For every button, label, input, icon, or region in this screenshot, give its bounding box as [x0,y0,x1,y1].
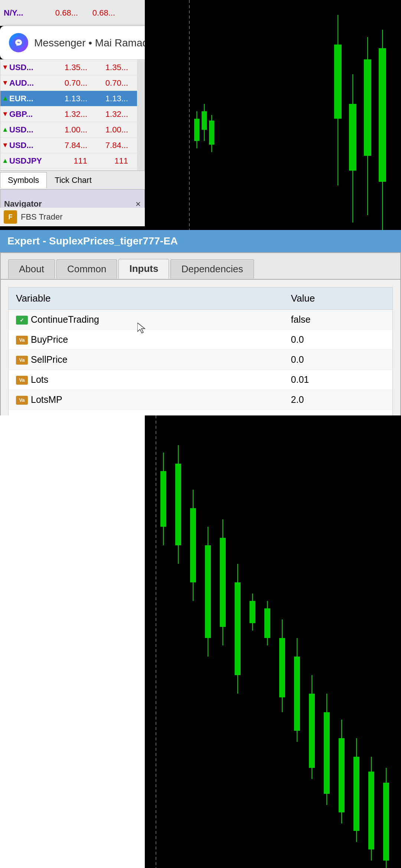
variable-cell: VaLots [9,370,284,390]
svg-rect-39 [309,694,315,768]
chart-area-top [145,0,401,252]
svg-rect-31 [250,601,255,623]
value-cell[interactable]: 0.0 [284,330,392,350]
symbol-bid: 1.35... [46,63,87,72]
tab-inputs[interactable]: Inputs [118,259,169,279]
variable-cell: VaSellPrice [9,350,284,370]
svg-rect-35 [279,638,285,697]
value-cell[interactable]: 2.0 [284,390,392,410]
expert-title-bar: Expert - SuplexPrices_tiger777-EA [0,230,401,252]
symbol-ask: 7.84... [87,141,128,150]
symbol-name: GBP... [9,109,46,119]
symbol-bid: 7.84... [46,141,87,150]
messenger-icon [9,33,28,52]
chart-area-bottom [0,415,401,868]
variable-type-icon: ✓ [16,316,28,325]
bottom-chart-svg [145,415,401,868]
svg-point-0 [13,37,25,49]
value-cell[interactable]: false [284,310,392,330]
symbol-tabs: Symbols Tick Chart [0,171,145,189]
symbol-name: USD... [9,63,46,72]
symbol-row[interactable]: ▼GBP...1.32...1.32... [0,106,144,122]
scrollbar[interactable] [137,60,144,170]
symbol-ask: 1.35... [87,63,128,72]
tab-tick-chart[interactable]: Tick Chart [47,172,99,188]
variable-type-icon: Va [16,356,28,365]
svg-rect-15 [209,121,214,145]
variable-type-icon: Va [16,396,28,405]
svg-rect-19 [160,471,166,527]
value-cell[interactable]: 0.0 [284,350,392,370]
svg-rect-45 [353,757,359,831]
variable-cell: VaLotsMP [9,390,284,410]
arrow-icon: ▲ [2,95,9,102]
symbol-ask: 1.13... [87,94,128,103]
arrow-icon: ▲ [2,126,9,134]
navigator-item[interactable]: F FBS Trader [0,208,145,226]
navigator-item-label: FBS Trader [21,212,62,222]
expert-title-text: Expert - SuplexPrices_tiger777-EA [7,235,178,247]
svg-rect-25 [205,545,211,638]
fbs-trader-icon: F [4,210,17,224]
svg-rect-5 [349,104,356,171]
variable-cell: VaBuyPrice [9,330,284,350]
svg-rect-47 [368,772,374,849]
symbol-row[interactable]: ▼USD...1.35...1.35... [0,60,144,75]
value-cell[interactable]: 0.01 [284,370,392,390]
svg-rect-29 [235,582,241,675]
table-row[interactable]: ✓ContinueTradingfalse [9,310,392,330]
svg-rect-27 [220,538,226,627]
symbol-ask: 111 [87,156,128,166]
svg-rect-7 [364,59,371,156]
tab-about[interactable]: About [8,259,55,279]
symbol-bid: 111 [46,156,87,166]
variable-type-icon: Va [16,336,28,345]
top-symbol-bid: 0.68... [41,8,78,18]
symbol-row[interactable]: ▲USD...1.00...1.00... [0,122,144,138]
svg-rect-33 [264,608,270,638]
symbol-bid: 0.70... [46,78,87,88]
tab-symbols[interactable]: Symbols [0,172,47,188]
symbol-ask: 1.00... [87,125,128,135]
variable-type-icon: Va [16,376,28,385]
symbol-name: AUD... [9,78,46,88]
svg-rect-13 [202,111,207,130]
dialog-tabs: About Common Inputs Dependencies [1,253,400,280]
top-symbol-name: N/Y... [4,8,41,18]
symbol-name: USDJPY [9,156,46,166]
svg-rect-11 [194,119,199,141]
col-header-variable: Variable [9,287,284,310]
table-row[interactable]: VaLotsMP2.0 [9,390,392,410]
table-row[interactable]: VaSellPrice0.0 [9,350,392,370]
tab-dependencies[interactable]: Dependencies [170,259,254,279]
symbol-bid: 1.13... [46,94,87,103]
svg-rect-41 [324,712,330,794]
table-row[interactable]: VaBuyPrice0.0 [9,330,392,350]
top-symbol-ask: 0.68... [78,8,115,18]
symbol-name: USD... [9,125,46,135]
svg-rect-9 [379,48,386,182]
top-symbol-row: N/Y... 0.68... 0.68... [0,0,145,26]
symbol-row[interactable]: ▲EUR...1.13...1.13... [0,91,144,106]
symbol-ask: 1.32... [87,109,128,119]
tab-common[interactable]: Common [56,259,117,279]
arrow-icon: ▼ [2,63,9,71]
symbol-name: USD... [9,141,46,150]
symbol-name: EUR... [9,94,46,103]
svg-rect-21 [175,464,181,545]
symbol-bid: 1.32... [46,109,87,119]
symbol-ask: 0.70... [87,78,128,88]
symbol-row[interactable]: ▲USDJPY111111 [0,153,144,169]
arrow-icon: ▲ [2,157,9,165]
symbol-row[interactable]: ▼AUD...0.70...0.70... [0,75,144,91]
svg-rect-37 [294,657,300,731]
bottom-left-panel [0,415,145,868]
table-row[interactable]: VaLots0.01 [9,370,392,390]
svg-rect-43 [339,738,345,812]
variable-cell: ✓ContinueTrading [9,310,284,330]
symbol-row[interactable]: ▼USD...7.84...7.84... [0,138,144,153]
svg-rect-49 [383,783,389,861]
svg-rect-3 [334,45,342,119]
arrow-icon: ▼ [2,141,9,149]
arrow-icon: ▼ [2,79,9,87]
